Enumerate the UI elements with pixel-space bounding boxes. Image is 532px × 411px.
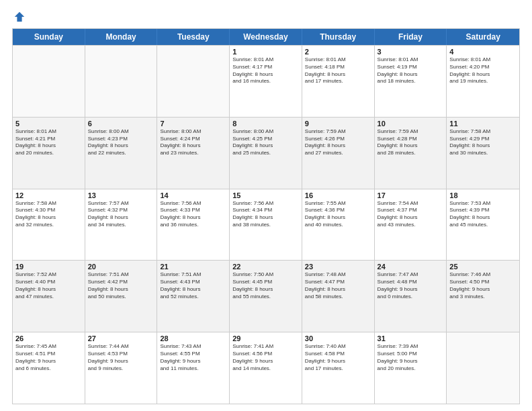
day-number: 31	[378, 334, 444, 342]
calendar-cell-24: 24Sunrise: 7:47 AM Sunset: 4:48 PM Dayli…	[375, 261, 447, 332]
day-number: 18	[449, 191, 517, 199]
day-info: Sunrise: 7:58 AM Sunset: 4:30 PM Dayligh…	[15, 200, 82, 229]
calendar-cell-19: 19Sunrise: 7:52 AM Sunset: 4:40 PM Dayli…	[13, 261, 85, 332]
day-info: Sunrise: 8:00 AM Sunset: 4:25 PM Dayligh…	[232, 128, 299, 157]
day-info: Sunrise: 8:01 AM Sunset: 4:19 PM Dayligh…	[378, 56, 444, 85]
calendar-cell-6: 6Sunrise: 8:00 AM Sunset: 4:23 PM Daylig…	[85, 118, 158, 189]
day-number: 12	[15, 191, 82, 199]
calendar-cell-29: 29Sunrise: 7:41 AM Sunset: 4:56 PM Dayli…	[230, 332, 302, 404]
day-info: Sunrise: 7:55 AM Sunset: 4:36 PM Dayligh…	[305, 200, 371, 229]
calendar-cell-7: 7Sunrise: 8:00 AM Sunset: 4:24 PM Daylig…	[157, 118, 230, 189]
day-info: Sunrise: 7:52 AM Sunset: 4:40 PM Dayligh…	[15, 271, 82, 300]
logo	[12, 11, 26, 23]
day-info: Sunrise: 7:59 AM Sunset: 4:26 PM Dayligh…	[305, 128, 371, 157]
calendar-cell-9: 9Sunrise: 7:59 AM Sunset: 4:26 PM Daylig…	[302, 118, 375, 189]
day-info: Sunrise: 7:54 AM Sunset: 4:37 PM Dayligh…	[378, 200, 444, 229]
svg-marker-0	[15, 12, 24, 21]
calendar-cell-28: 28Sunrise: 7:43 AM Sunset: 4:55 PM Dayli…	[157, 332, 230, 404]
calendar-cell-10: 10Sunrise: 7:59 AM Sunset: 4:28 PM Dayli…	[375, 118, 447, 189]
calendar-body: 1Sunrise: 8:01 AM Sunset: 4:17 PM Daylig…	[13, 45, 519, 404]
calendar-cell-18: 18Sunrise: 7:53 AM Sunset: 4:39 PM Dayli…	[447, 189, 519, 261]
day-info: Sunrise: 7:46 AM Sunset: 4:50 PM Dayligh…	[449, 271, 517, 300]
day-info: Sunrise: 7:56 AM Sunset: 4:34 PM Dayligh…	[232, 200, 299, 229]
day-number: 29	[232, 334, 299, 342]
day-info: Sunrise: 7:56 AM Sunset: 4:33 PM Dayligh…	[160, 200, 226, 229]
day-number: 5	[15, 120, 82, 128]
day-number: 17	[378, 191, 444, 199]
day-info: Sunrise: 7:41 AM Sunset: 4:56 PM Dayligh…	[232, 343, 299, 372]
day-number: 6	[88, 120, 154, 128]
day-number: 11	[449, 120, 517, 128]
day-info: Sunrise: 7:50 AM Sunset: 4:45 PM Dayligh…	[232, 271, 299, 300]
day-info: Sunrise: 7:57 AM Sunset: 4:32 PM Dayligh…	[88, 200, 154, 229]
calendar-row-2: 5Sunrise: 8:01 AM Sunset: 4:21 PM Daylig…	[13, 117, 519, 189]
day-info: Sunrise: 7:48 AM Sunset: 4:47 PM Dayligh…	[305, 271, 371, 300]
day-info: Sunrise: 8:01 AM Sunset: 4:17 PM Dayligh…	[232, 56, 299, 85]
calendar-row-3: 12Sunrise: 7:58 AM Sunset: 4:30 PM Dayli…	[13, 189, 519, 261]
day-info: Sunrise: 8:01 AM Sunset: 4:18 PM Dayligh…	[305, 56, 371, 85]
day-info: Sunrise: 8:01 AM Sunset: 4:20 PM Dayligh…	[449, 56, 517, 85]
calendar-cell-4: 4Sunrise: 8:01 AM Sunset: 4:20 PM Daylig…	[447, 46, 519, 117]
calendar-cell-empty	[13, 46, 85, 117]
day-info: Sunrise: 7:47 AM Sunset: 4:48 PM Dayligh…	[378, 271, 444, 300]
calendar-cell-11: 11Sunrise: 7:58 AM Sunset: 4:29 PM Dayli…	[447, 118, 519, 189]
calendar-cell-27: 27Sunrise: 7:44 AM Sunset: 4:53 PM Dayli…	[85, 332, 158, 404]
calendar-cell-17: 17Sunrise: 7:54 AM Sunset: 4:37 PM Dayli…	[375, 189, 447, 261]
calendar-cell-8: 8Sunrise: 8:00 AM Sunset: 4:25 PM Daylig…	[230, 118, 302, 189]
day-info: Sunrise: 8:00 AM Sunset: 4:23 PM Dayligh…	[88, 128, 154, 157]
day-number: 8	[232, 120, 299, 128]
calendar-cell-20: 20Sunrise: 7:51 AM Sunset: 4:42 PM Dayli…	[85, 261, 158, 332]
page: SundayMondayTuesdayWednesdayThursdayFrid…	[0, 0, 532, 411]
day-info: Sunrise: 7:43 AM Sunset: 4:55 PM Dayligh…	[160, 343, 226, 372]
calendar-header: SundayMondayTuesdayWednesdayThursdayFrid…	[13, 29, 519, 45]
calendar-cell-23: 23Sunrise: 7:48 AM Sunset: 4:47 PM Dayli…	[302, 261, 375, 332]
day-number: 3	[378, 48, 444, 56]
day-info: Sunrise: 7:51 AM Sunset: 4:43 PM Dayligh…	[160, 271, 226, 300]
day-info: Sunrise: 7:45 AM Sunset: 4:51 PM Dayligh…	[15, 343, 82, 372]
day-number: 10	[378, 120, 444, 128]
day-number: 1	[232, 48, 299, 56]
day-number: 28	[160, 334, 226, 342]
header-day-saturday: Saturday	[447, 29, 519, 45]
header-day-friday: Friday	[375, 29, 447, 45]
day-number: 20	[88, 263, 154, 271]
day-number: 15	[232, 191, 299, 199]
day-info: Sunrise: 7:40 AM Sunset: 4:58 PM Dayligh…	[305, 343, 371, 372]
day-number: 21	[160, 263, 226, 271]
logo-icon	[13, 11, 26, 23]
calendar-cell-12: 12Sunrise: 7:58 AM Sunset: 4:30 PM Dayli…	[13, 189, 85, 261]
calendar-cell-22: 22Sunrise: 7:50 AM Sunset: 4:45 PM Dayli…	[230, 261, 302, 332]
day-info: Sunrise: 7:51 AM Sunset: 4:42 PM Dayligh…	[88, 271, 154, 300]
day-number: 19	[15, 263, 82, 271]
day-number: 14	[160, 191, 226, 199]
calendar-cell-empty	[447, 332, 519, 404]
day-number: 30	[305, 334, 371, 342]
calendar-cell-1: 1Sunrise: 8:01 AM Sunset: 4:17 PM Daylig…	[230, 46, 302, 117]
calendar-row-1: 1Sunrise: 8:01 AM Sunset: 4:17 PM Daylig…	[13, 45, 519, 117]
calendar-cell-31: 31Sunrise: 7:39 AM Sunset: 5:00 PM Dayli…	[375, 332, 447, 404]
calendar-cell-3: 3Sunrise: 8:01 AM Sunset: 4:19 PM Daylig…	[375, 46, 447, 117]
day-number: 25	[449, 263, 517, 271]
calendar-cell-14: 14Sunrise: 7:56 AM Sunset: 4:33 PM Dayli…	[157, 189, 230, 261]
day-info: Sunrise: 7:59 AM Sunset: 4:28 PM Dayligh…	[378, 128, 444, 157]
day-number: 9	[305, 120, 371, 128]
day-info: Sunrise: 7:44 AM Sunset: 4:53 PM Dayligh…	[88, 343, 154, 372]
calendar-cell-15: 15Sunrise: 7:56 AM Sunset: 4:34 PM Dayli…	[230, 189, 302, 261]
day-number: 7	[160, 120, 226, 128]
calendar-cell-16: 16Sunrise: 7:55 AM Sunset: 4:36 PM Dayli…	[302, 189, 375, 261]
day-number: 22	[232, 263, 299, 271]
header-day-monday: Monday	[85, 29, 158, 45]
header-day-tuesday: Tuesday	[157, 29, 230, 45]
calendar-cell-25: 25Sunrise: 7:46 AM Sunset: 4:50 PM Dayli…	[447, 261, 519, 332]
calendar-cell-13: 13Sunrise: 7:57 AM Sunset: 4:32 PM Dayli…	[85, 189, 158, 261]
header-day-thursday: Thursday	[302, 29, 375, 45]
day-info: Sunrise: 7:58 AM Sunset: 4:29 PM Dayligh…	[449, 128, 517, 157]
calendar-cell-2: 2Sunrise: 8:01 AM Sunset: 4:18 PM Daylig…	[302, 46, 375, 117]
day-number: 4	[449, 48, 517, 56]
day-number: 27	[88, 334, 154, 342]
day-number: 23	[305, 263, 371, 271]
day-number: 16	[305, 191, 371, 199]
calendar-row-4: 19Sunrise: 7:52 AM Sunset: 4:40 PM Dayli…	[13, 260, 519, 332]
day-info: Sunrise: 7:39 AM Sunset: 5:00 PM Dayligh…	[378, 343, 444, 372]
calendar-cell-empty	[157, 46, 230, 117]
